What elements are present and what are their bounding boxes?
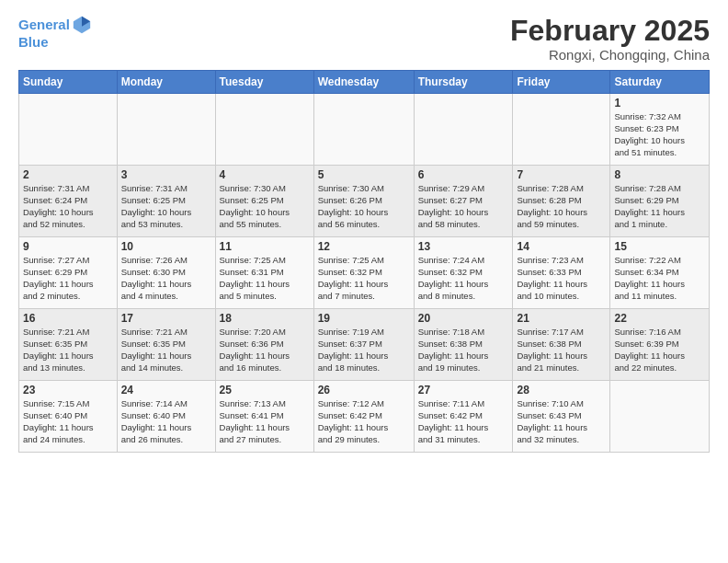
day-info: Sunrise: 7:12 AM Sunset: 6:42 PM Dayligh… [318, 398, 410, 445]
weekday-saturday: Saturday [610, 71, 710, 94]
day-number: 12 [318, 240, 410, 253]
day-info: Sunrise: 7:15 AM Sunset: 6:40 PM Dayligh… [23, 398, 113, 445]
header: General Blue February 2025 Rongxi, Chong… [18, 15, 710, 63]
day-info: Sunrise: 7:14 AM Sunset: 6:40 PM Dayligh… [121, 398, 211, 445]
day-cell: 1Sunrise: 7:32 AM Sunset: 6:23 PM Daylig… [610, 94, 710, 166]
day-number: 19 [318, 312, 410, 325]
day-cell [117, 94, 215, 166]
day-number: 10 [121, 240, 211, 253]
day-info: Sunrise: 7:30 AM Sunset: 6:26 PM Dayligh… [318, 183, 410, 230]
day-cell: 2Sunrise: 7:31 AM Sunset: 6:24 PM Daylig… [19, 166, 118, 237]
day-cell: 26Sunrise: 7:12 AM Sunset: 6:42 PM Dayli… [313, 381, 414, 453]
day-cell: 16Sunrise: 7:21 AM Sunset: 6:35 PM Dayli… [19, 309, 118, 381]
day-cell: 23Sunrise: 7:15 AM Sunset: 6:40 PM Dayli… [19, 381, 118, 453]
day-info: Sunrise: 7:27 AM Sunset: 6:29 PM Dayligh… [23, 255, 113, 302]
logo-icon [72, 15, 92, 35]
day-info: Sunrise: 7:24 AM Sunset: 6:32 PM Dayligh… [418, 255, 509, 302]
day-cell: 22Sunrise: 7:16 AM Sunset: 6:39 PM Dayli… [610, 309, 710, 381]
day-cell: 6Sunrise: 7:29 AM Sunset: 6:27 PM Daylig… [414, 166, 513, 237]
day-info: Sunrise: 7:17 AM Sunset: 6:38 PM Dayligh… [517, 327, 606, 373]
day-cell: 17Sunrise: 7:21 AM Sunset: 6:35 PM Dayli… [117, 309, 215, 381]
day-info: Sunrise: 7:28 AM Sunset: 6:29 PM Dayligh… [614, 183, 705, 230]
day-number: 1 [614, 97, 705, 109]
day-info: Sunrise: 7:20 AM Sunset: 6:36 PM Dayligh… [220, 327, 310, 373]
day-info: Sunrise: 7:16 AM Sunset: 6:39 PM Dayligh… [614, 327, 705, 373]
day-number: 4 [220, 168, 310, 181]
day-info: Sunrise: 7:29 AM Sunset: 6:27 PM Dayligh… [418, 183, 509, 230]
day-info: Sunrise: 7:31 AM Sunset: 6:24 PM Dayligh… [23, 183, 113, 230]
day-number: 8 [614, 168, 705, 181]
day-info: Sunrise: 7:32 AM Sunset: 6:23 PM Dayligh… [614, 111, 705, 158]
calendar-table: SundayMondayTuesdayWednesdayThursdayFrid… [18, 70, 710, 453]
week-row-4: 16Sunrise: 7:21 AM Sunset: 6:35 PM Dayli… [19, 309, 710, 381]
day-cell: 24Sunrise: 7:14 AM Sunset: 6:40 PM Dayli… [117, 381, 215, 453]
day-number: 7 [517, 168, 606, 181]
day-info: Sunrise: 7:31 AM Sunset: 6:25 PM Dayligh… [121, 183, 211, 230]
day-number: 22 [614, 312, 705, 325]
day-cell: 10Sunrise: 7:26 AM Sunset: 6:30 PM Dayli… [117, 237, 215, 309]
day-number: 17 [121, 312, 211, 325]
day-cell: 14Sunrise: 7:23 AM Sunset: 6:33 PM Dayli… [513, 237, 610, 309]
day-info: Sunrise: 7:11 AM Sunset: 6:42 PM Dayligh… [418, 398, 509, 445]
weekday-wednesday: Wednesday [313, 71, 414, 94]
logo-text: General [18, 17, 70, 33]
day-info: Sunrise: 7:21 AM Sunset: 6:35 PM Dayligh… [23, 327, 113, 373]
day-number: 16 [23, 312, 113, 325]
day-info: Sunrise: 7:23 AM Sunset: 6:33 PM Dayligh… [517, 255, 606, 302]
title-block: February 2025 Rongxi, Chongqing, China [510, 15, 710, 63]
day-info: Sunrise: 7:25 AM Sunset: 6:31 PM Dayligh… [220, 255, 310, 302]
day-cell: 12Sunrise: 7:25 AM Sunset: 6:32 PM Dayli… [313, 237, 414, 309]
day-info: Sunrise: 7:22 AM Sunset: 6:34 PM Dayligh… [614, 255, 705, 302]
day-cell [414, 94, 513, 166]
day-number: 26 [318, 384, 410, 396]
day-cell: 11Sunrise: 7:25 AM Sunset: 6:31 PM Dayli… [215, 237, 313, 309]
day-cell: 3Sunrise: 7:31 AM Sunset: 6:25 PM Daylig… [117, 166, 215, 237]
day-number: 15 [614, 240, 705, 253]
day-cell [19, 94, 118, 166]
weekday-tuesday: Tuesday [215, 71, 313, 94]
logo: General Blue [18, 15, 92, 51]
day-number: 25 [220, 384, 310, 396]
day-cell: 8Sunrise: 7:28 AM Sunset: 6:29 PM Daylig… [610, 166, 710, 237]
day-number: 28 [517, 384, 606, 396]
subtitle: Rongxi, Chongqing, China [510, 47, 710, 63]
weekday-thursday: Thursday [414, 71, 513, 94]
day-cell: 25Sunrise: 7:13 AM Sunset: 6:41 PM Dayli… [215, 381, 313, 453]
weekday-friday: Friday [513, 71, 610, 94]
weekday-sunday: Sunday [19, 71, 118, 94]
day-cell [215, 94, 313, 166]
logo-blue-text: Blue [18, 35, 92, 51]
page: General Blue February 2025 Rongxi, Chong… [0, 0, 728, 563]
day-info: Sunrise: 7:25 AM Sunset: 6:32 PM Dayligh… [318, 255, 410, 302]
day-cell: 13Sunrise: 7:24 AM Sunset: 6:32 PM Dayli… [414, 237, 513, 309]
day-info: Sunrise: 7:26 AM Sunset: 6:30 PM Dayligh… [121, 255, 211, 302]
day-info: Sunrise: 7:13 AM Sunset: 6:41 PM Dayligh… [220, 398, 310, 445]
day-cell: 19Sunrise: 7:19 AM Sunset: 6:37 PM Dayli… [313, 309, 414, 381]
day-number: 14 [517, 240, 606, 253]
day-number: 27 [418, 384, 509, 396]
week-row-3: 9Sunrise: 7:27 AM Sunset: 6:29 PM Daylig… [19, 237, 710, 309]
day-number: 13 [418, 240, 509, 253]
day-info: Sunrise: 7:10 AM Sunset: 6:43 PM Dayligh… [517, 398, 606, 445]
day-cell: 4Sunrise: 7:30 AM Sunset: 6:25 PM Daylig… [215, 166, 313, 237]
day-number: 24 [121, 384, 211, 396]
day-info: Sunrise: 7:21 AM Sunset: 6:35 PM Dayligh… [121, 327, 211, 373]
day-cell: 20Sunrise: 7:18 AM Sunset: 6:38 PM Dayli… [414, 309, 513, 381]
day-cell: 7Sunrise: 7:28 AM Sunset: 6:28 PM Daylig… [513, 166, 610, 237]
day-info: Sunrise: 7:28 AM Sunset: 6:28 PM Dayligh… [517, 183, 606, 230]
day-number: 6 [418, 168, 509, 181]
week-row-2: 2Sunrise: 7:31 AM Sunset: 6:24 PM Daylig… [19, 166, 710, 237]
day-cell: 28Sunrise: 7:10 AM Sunset: 6:43 PM Dayli… [513, 381, 610, 453]
day-cell: 9Sunrise: 7:27 AM Sunset: 6:29 PM Daylig… [19, 237, 118, 309]
day-number: 23 [23, 384, 113, 396]
weekday-header-row: SundayMondayTuesdayWednesdayThursdayFrid… [19, 71, 710, 94]
day-number: 11 [220, 240, 310, 253]
day-cell: 18Sunrise: 7:20 AM Sunset: 6:36 PM Dayli… [215, 309, 313, 381]
day-number: 9 [23, 240, 113, 253]
main-title: February 2025 [510, 15, 710, 47]
day-info: Sunrise: 7:19 AM Sunset: 6:37 PM Dayligh… [318, 327, 410, 373]
day-number: 18 [220, 312, 310, 325]
day-cell [610, 381, 710, 453]
day-cell [513, 94, 610, 166]
week-row-5: 23Sunrise: 7:15 AM Sunset: 6:40 PM Dayli… [19, 381, 710, 453]
